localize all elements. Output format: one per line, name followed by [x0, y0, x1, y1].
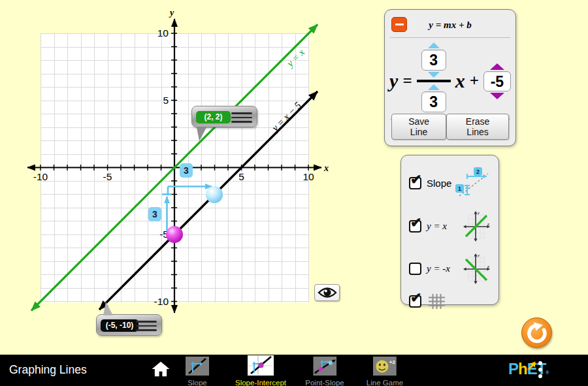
line-y-equals-x-label: y = x — [284, 47, 306, 70]
slope-fraction: 3 3 — [417, 42, 451, 120]
mini-x-label: x — [487, 264, 490, 269]
coordinate-value: (-5, -10) — [101, 319, 139, 332]
tab-label: Slope-Intercept — [235, 379, 286, 386]
option-row-y-equals-neg-x: y = -x y x — [409, 252, 491, 285]
rise-value-label: 3 — [148, 207, 161, 221]
divider — [390, 37, 510, 38]
home-button[interactable] — [152, 361, 170, 377]
menu-button[interactable] — [538, 361, 542, 378]
menu-dot — [538, 368, 542, 372]
registered-mark: ® — [546, 370, 549, 375]
tab-label: Point-Slope — [305, 379, 344, 386]
y-equals-neg-x-icon: y x — [462, 252, 491, 285]
intercept-increment-button[interactable] — [490, 63, 504, 70]
menu-dot — [538, 374, 542, 378]
option-row-grid: ✔ — [409, 293, 491, 310]
line-game-tab-icon: +2 — [373, 357, 397, 376]
intercept-spinner: -5 — [483, 63, 511, 99]
y-equals-x-label: y = x — [427, 221, 447, 232]
logo-arrow-icon — [527, 361, 536, 370]
intercept-point-handle[interactable] — [166, 226, 183, 243]
reset-all-button[interactable] — [521, 317, 552, 348]
menu-dot — [538, 361, 542, 365]
y-tick-label: 10 — [157, 27, 169, 39]
point-slope-tab-icon — [313, 357, 336, 376]
equation-plus: + — [470, 72, 479, 90]
y-equals-neg-x-checkbox[interactable] — [409, 263, 421, 275]
run-value-box: 3 — [421, 91, 446, 112]
score-badge: +2 — [389, 359, 396, 365]
eye-icon — [318, 286, 337, 299]
rise-decrement-button[interactable] — [428, 72, 440, 78]
tab-label: Slope — [186, 379, 209, 386]
coordinate-value: (2, 2) — [196, 111, 231, 123]
fraction-bar — [417, 80, 451, 82]
x-axis-label: x — [323, 163, 329, 173]
check-mark: ✔ — [410, 290, 422, 306]
slope-intercept-tab-icon — [248, 355, 274, 376]
equation-panel: y = mx + b y = 3 3 x + -5 Sa — [384, 9, 516, 146]
equation-panel-title: y = mx + b — [385, 20, 515, 31]
icon-rise-label: 1 — [458, 185, 461, 192]
check-mark: ✔ — [410, 172, 422, 187]
rise-increment-button[interactable] — [428, 42, 440, 48]
graphing-lines-app: -10 -5 5 10 10 5 -5 -10 x y y = x y = x … — [0, 0, 588, 386]
mini-x-label: x — [487, 221, 490, 227]
x-tick-label: 5 — [238, 171, 244, 182]
slope-tool-icon: 1 2 — [454, 167, 491, 199]
option-row-slope: ✔ Slope 1 2 — [409, 167, 491, 199]
y-tick-label: -10 — [154, 296, 169, 307]
phet-logo[interactable]: PhET® — [508, 360, 549, 378]
options-panel: ✔ Slope 1 2 ✔ y = x — [400, 155, 499, 305]
grid-icon — [428, 293, 446, 310]
hide-lines-button[interactable] — [314, 284, 340, 301]
icon-run-label: 2 — [476, 169, 480, 175]
logo-letter: P — [508, 360, 518, 378]
intercept-value-box: -5 — [483, 71, 511, 91]
check-mark: ✔ — [410, 215, 422, 231]
tooltip-tail — [197, 127, 206, 141]
interactive-equation: y = 3 3 x + -5 — [385, 40, 515, 122]
tab-slope[interactable]: Slope — [186, 357, 209, 386]
coordinate-tooltip-2-2[interactable]: (2, 2) — [191, 106, 257, 127]
intercept-decrement-button[interactable] — [490, 93, 504, 99]
grid-checkbox[interactable]: ✔ — [409, 295, 421, 308]
tab-label: Line Game — [367, 379, 403, 386]
drag-handle-icon[interactable] — [231, 112, 252, 125]
x-tick-label: 10 — [302, 171, 314, 182]
run-increment-button[interactable] — [428, 84, 440, 90]
y-axis-label: y — [169, 8, 174, 18]
rise-value-box: 3 — [421, 50, 446, 71]
save-line-button[interactable]: Save Line — [391, 114, 446, 140]
y-tick-label: 5 — [163, 95, 169, 106]
equation-lhs: y — [389, 70, 398, 92]
run-value-label: 3 — [180, 163, 193, 178]
x-tick-label: -5 — [103, 171, 112, 182]
y-equals-x-checkbox[interactable]: ✔ — [409, 220, 421, 233]
drag-handle-icon[interactable] — [136, 321, 157, 334]
tooltip-tail — [103, 302, 113, 315]
navigation-bar: Graphing Lines Slope — [0, 355, 588, 386]
slope-tool — [162, 187, 212, 232]
logo-letter: h — [518, 360, 527, 378]
equation-equals: = — [402, 72, 412, 90]
slope-point-handle[interactable] — [206, 186, 223, 203]
slope-checkbox-label: Slope — [427, 178, 451, 189]
y-equals-x-icon: y x — [462, 210, 491, 242]
tab-slope-intercept[interactable]: Slope-Intercept — [235, 355, 286, 386]
option-row-y-equals-x: ✔ y = x y x — [409, 210, 491, 242]
reset-icon — [526, 322, 548, 344]
tab-line-game[interactable]: +2 Line Game — [367, 357, 403, 386]
erase-lines-button[interactable]: Erase Lines — [446, 114, 509, 140]
slope-checkbox[interactable]: ✔ — [409, 177, 421, 189]
slope-tab-icon — [186, 357, 209, 376]
tab-point-slope[interactable]: Point-Slope — [305, 357, 344, 386]
line-y-equals-x-minus-5-label: y = x − 5 — [269, 100, 304, 135]
x-tick-label: -10 — [33, 171, 48, 182]
equation-variable: x — [455, 70, 465, 92]
coordinate-tooltip-neg5-neg10[interactable]: (-5, -10) — [96, 314, 162, 336]
y-equals-neg-x-label: y = -x — [427, 263, 450, 274]
sim-title: Graphing Lines — [9, 363, 87, 377]
